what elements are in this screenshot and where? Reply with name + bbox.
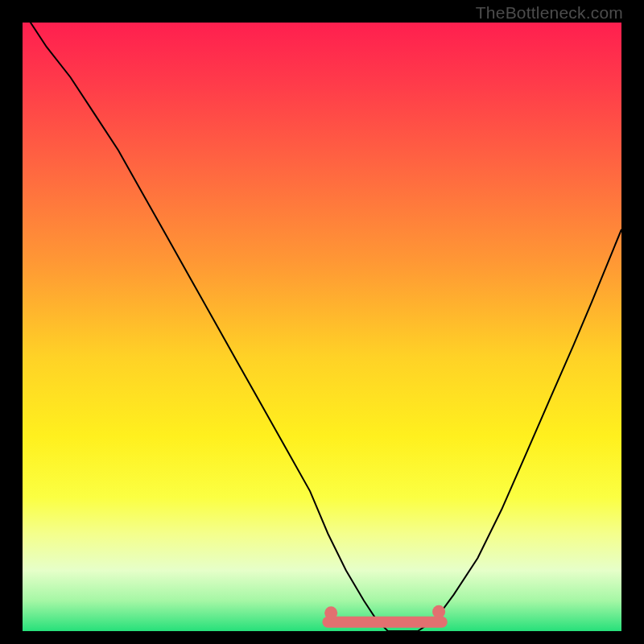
heat-gradient bbox=[23, 23, 621, 631]
plot-area bbox=[23, 23, 621, 631]
watermark-text: TheBottleneck.com bbox=[476, 3, 623, 23]
chart-frame: TheBottleneck.com bbox=[0, 0, 644, 644]
svg-rect-0 bbox=[23, 23, 621, 631]
